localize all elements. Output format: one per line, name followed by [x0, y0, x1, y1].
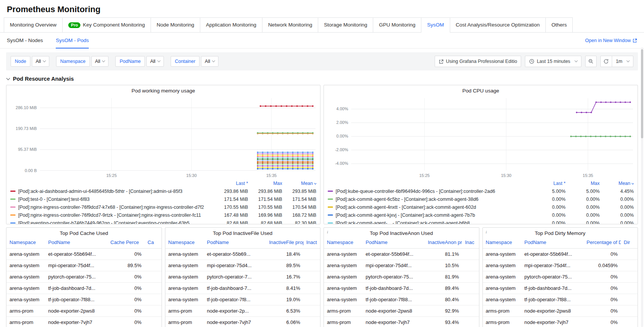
column-header-cache-perce[interactable]: Cache Perce: [107, 237, 145, 248]
table-row[interactable]: arms-promnode-exporter-7vjh70%: [6, 316, 162, 327]
table-row[interactable]: arena-systempytorch-operator-7...16.7%: [165, 271, 320, 282]
tab-key-component-monitoring[interactable]: ProKey Component Monitoring: [62, 17, 151, 32]
legend-sort-max[interactable]: Max: [273, 181, 282, 186]
legend-row[interactable]: [Pod]:ack-commit-agent-... - [Container]…: [328, 219, 634, 224]
section-pod-resource-analysis[interactable]: Pod Resource Analysis: [0, 70, 644, 85]
table-cell: [462, 260, 479, 271]
table-row[interactable]: arena-systemmpi-operator-75d4f...0.0459%: [483, 260, 638, 271]
table-row[interactable]: arena-systemtf-job-operator-7f88...0%: [6, 294, 162, 305]
column-header-inact[interactable]: Inact: [303, 237, 320, 248]
series-point: [277, 158, 278, 160]
tab-node-monitoring[interactable]: Node Monitoring: [151, 17, 200, 32]
legend-row[interactable]: [Pod]:eventing-controller-b746b7449-962q…: [10, 219, 316, 224]
table-row[interactable]: arms-promnode-exporter-2pws80%: [483, 305, 638, 316]
table-row[interactable]: arena-systempytorch-operator-75...81.9%: [324, 271, 479, 282]
table-row[interactable]: arms-promnode-exporter-2pws80%: [6, 305, 162, 316]
table-row[interactable]: arena-systemmpi-operator-75d4f...10.5%: [324, 260, 479, 271]
table-row[interactable]: arena-systemet-operator-55b694f...0%: [483, 248, 638, 260]
legend-row[interactable]: [Pod]:ack-commit-agent-kjxvj - [Containe…: [328, 211, 634, 219]
legend-row[interactable]: [Pod]:nginx-ingress-controller-76f9dcd7-…: [10, 211, 316, 219]
series-point: [267, 161, 269, 163]
column-header-dir[interactable]: Dir: [621, 237, 638, 248]
grafana-edition-button[interactable]: Using Grafana Professional Editio: [435, 56, 521, 67]
info-icon[interactable]: i: [327, 230, 328, 234]
series-point: [312, 152, 314, 153]
column-header-inac[interactable]: Inac: [462, 237, 479, 248]
filter-value-dropdown[interactable]: All: [91, 56, 109, 67]
table-row[interactable]: arena-systemet-operator-55b694f...0%: [6, 248, 162, 260]
table-row[interactable]: arms-promnode-exporter-7vjh76.06%: [165, 316, 320, 327]
column-header-namespace[interactable]: Namespace: [324, 237, 363, 248]
table-row[interactable]: arms-promnode-exporter-2pws892.9%: [324, 305, 479, 316]
time-range-picker[interactable]: Last 15 minutes: [525, 56, 581, 67]
subtab-sysom-pods[interactable]: SysOM - Pods: [56, 33, 89, 49]
column-header-podname[interactable]: PodName: [45, 237, 107, 248]
column-header-ca[interactable]: Ca: [145, 237, 162, 248]
table-row[interactable]: arena-systemtf-job-dashboard-7...8.41%: [165, 282, 320, 294]
table-row[interactable]: arena-systemtf-job-dashboard-7d...89.4%: [324, 282, 479, 294]
table-row[interactable]: arena-systempytorch-operator-75...0%: [483, 271, 638, 282]
column-header-podname[interactable]: PodName: [363, 237, 425, 248]
filter-value-dropdown[interactable]: All: [32, 56, 49, 67]
series-point: [610, 136, 611, 137]
legend-row[interactable]: [Pod]:ack-ai-dashboard-admin-ui-6485645f…: [10, 187, 316, 195]
open-in-new-window-link[interactable]: Open in New Window: [585, 33, 637, 49]
legend-sort-last[interactable]: Last *: [553, 181, 565, 186]
tab-network-monitoring[interactable]: Network Monitoring: [262, 17, 318, 32]
series-name: [Pod]:ack-commit-agent-4nxtt - [Containe…: [336, 205, 531, 210]
legend-sort-last[interactable]: Last *: [236, 181, 248, 186]
column-header-podname[interactable]: PodName: [521, 237, 584, 248]
subtab-sysom-nodes[interactable]: SysOM - Nodes: [7, 33, 43, 49]
legend-row[interactable]: [Pod]:test-0 - [Container]:test-6f83171.…: [10, 195, 316, 203]
legend-sort-mean[interactable]: Mean: [619, 181, 630, 186]
table-row[interactable]: arena-systemtf-job-dashboard-7d...0%: [483, 282, 638, 294]
series-point: [302, 132, 303, 134]
column-header-percentage-of-d[interactable]: Percentage of D: [584, 237, 621, 248]
table-row[interactable]: arms-promnode-exporter-7vjh70%: [483, 316, 638, 327]
column-header-namespace[interactable]: Namespace: [165, 237, 204, 248]
legend-sort-mean[interactable]: Mean: [301, 181, 313, 186]
column-header-inactivefile-prop[interactable]: InactiveFile prop: [266, 237, 303, 248]
panel-title: Pod working memory usage: [6, 85, 320, 94]
legend-row[interactable]: [Pod]:ack-commit-agent-4nxtt - [Containe…: [328, 203, 634, 211]
refresh-interval-dropdown[interactable]: 1m: [612, 56, 633, 67]
table-row[interactable]: arena-systemet-operator-55b69...18.4%: [165, 248, 320, 260]
table-row[interactable]: arena-systemtf-job-operator-7f8...19.0%: [165, 294, 320, 305]
table-row[interactable]: arms-promnode-exporter-2p...6.53%: [165, 305, 320, 316]
column-header-namespace[interactable]: Namespace: [483, 237, 521, 248]
table-row[interactable]: arena-systemet-operator-55b694f...81.1%: [324, 248, 479, 260]
series-point: [580, 136, 582, 137]
tab-cost-analysis-resource-optimization[interactable]: Cost Analysis/Resource Optimization: [450, 17, 546, 32]
table-row[interactable]: arena-systemmpi-operator-75d4...89.5%: [165, 260, 320, 271]
tab-application-monitoring[interactable]: Application Monitoring: [200, 17, 262, 32]
table-row[interactable]: arena-systemmpi-operator-75d4f...89.5%: [6, 260, 162, 271]
table-row[interactable]: arena-systemtf-job-dashboard-7d...0%: [6, 282, 162, 294]
zoom-out-button[interactable]: [585, 56, 597, 67]
filter-value-dropdown[interactable]: All: [201, 56, 218, 67]
refresh-button[interactable]: [600, 56, 612, 67]
tab-monitoring-overview[interactable]: Monitoring Overview: [4, 17, 63, 32]
series-color-swatch: [10, 214, 16, 216]
table-row[interactable]: arena-systemtf-job-operator-7f88...80.4%: [324, 294, 479, 305]
column-header-namespace[interactable]: Namespace: [6, 237, 45, 248]
filter-value-dropdown[interactable]: All: [146, 56, 164, 67]
tab-others[interactable]: Others: [545, 17, 573, 32]
column-header-inactiveanon-prop[interactable]: InactiveAnon prop: [425, 237, 462, 248]
table-row[interactable]: arms-promnode-exporter-7vjh793.4%: [324, 316, 479, 327]
legend-row[interactable]: [Pod]:ack-commit-agent-6c5bz - [Containe…: [328, 195, 634, 203]
table-row[interactable]: arena-systemtf-job-operator-7f88...0%: [483, 294, 638, 305]
column-header-podname[interactable]: PodName: [204, 237, 266, 248]
info-icon[interactable]: i: [486, 230, 487, 234]
table-row[interactable]: arena-systempytorch-operator-75...0%: [6, 271, 162, 282]
legend-sort-max[interactable]: Max: [591, 181, 600, 186]
tab-gpu-monitoring[interactable]: GPU Monitoring: [373, 17, 421, 32]
legend-row[interactable]: [Pod]:kube-queue-controller-6bf96494dc-9…: [328, 187, 634, 195]
series-point: [287, 155, 289, 156]
tab-sysom[interactable]: SysOM: [421, 17, 450, 32]
legend-value: 0.00%: [531, 213, 565, 218]
series-point: [302, 105, 303, 107]
legend-row[interactable]: [Pod]:nginx-ingress-controller-76f9dcd7-…: [10, 203, 316, 211]
series-point: [262, 168, 264, 169]
tab-storage-monitoring[interactable]: Storage Monitoring: [318, 17, 373, 32]
scrollbar-thumb[interactable]: [641, 49, 643, 138]
